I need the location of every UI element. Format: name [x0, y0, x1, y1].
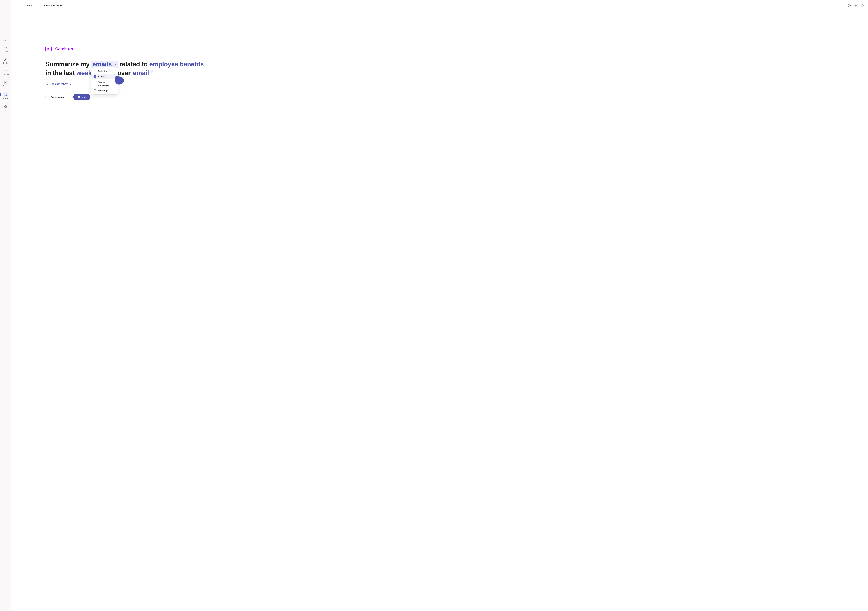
dropdown-option-label: Select all — [98, 70, 108, 73]
rail-item-label: Copilot — [3, 51, 8, 53]
actions-icon — [3, 93, 7, 96]
preview-plan-button[interactable]: Preview plan — [45, 94, 70, 100]
sentence-static: related to — [118, 60, 149, 68]
connectors-button[interactable] — [854, 4, 857, 7]
range-token[interactable]: week — [76, 70, 91, 77]
dropdown-option-label: Teams messages — [98, 81, 115, 87]
dropdown-option-emails[interactable]: Emails — [91, 74, 118, 79]
svg-rect-5 — [4, 105, 5, 106]
source-dropdown: Select all Emails Teams messages Meeting… — [91, 67, 118, 95]
checkbox-icon — [94, 70, 96, 72]
cloud-icon — [3, 69, 7, 73]
page-title: Create an action — [44, 4, 63, 7]
dropdown-option-label: Emails — [98, 75, 106, 78]
back-button-label: Back — [27, 4, 32, 7]
list-icon — [47, 47, 50, 51]
rail-item-label: Create — [3, 62, 8, 64]
svg-rect-6 — [5, 105, 6, 106]
chevron-left-icon — [23, 4, 25, 7]
svg-rect-7 — [4, 107, 5, 108]
sentence-static: Summarize my — [45, 60, 91, 68]
gear-icon — [861, 4, 864, 7]
rail-item-label: OneDrive — [2, 74, 9, 75]
rail-item-apps[interactable]: Apps — [0, 104, 10, 111]
sentence-static: in the last — [45, 70, 76, 76]
create-button[interactable]: Create — [73, 94, 91, 100]
channel-token[interactable]: email — [132, 68, 153, 78]
svg-point-14 — [862, 5, 863, 6]
rail-item-create[interactable]: Create — [0, 57, 10, 64]
checkbox-icon — [94, 82, 96, 85]
svg-rect-3 — [4, 93, 6, 95]
svg-point-13 — [856, 6, 856, 7]
main-content: Catch up Summarize my emails related to … — [11, 11, 868, 611]
rail-item-onedrive[interactable]: OneDrive — [0, 69, 10, 75]
rail-item-pages[interactable]: Pages — [0, 81, 10, 87]
rail-item-label: Home — [3, 39, 7, 41]
home-icon — [3, 35, 7, 39]
rail-item-label: Apps — [3, 109, 7, 111]
dropdown-option-select-all[interactable]: Select all — [91, 68, 118, 74]
help-icon — [848, 4, 851, 7]
checkbox-icon — [94, 75, 96, 78]
repeat-selector[interactable]: Does not repeat — [45, 83, 868, 85]
action-type-title: Catch up — [55, 47, 73, 51]
help-button[interactable] — [848, 4, 851, 7]
copilot-icon — [3, 46, 7, 50]
back-button[interactable]: Back — [23, 3, 34, 8]
create-icon — [3, 57, 7, 62]
action-type-badge — [45, 46, 52, 52]
left-rail: Home Copilot Create OneDrive Pages Actio… — [0, 0, 11, 611]
settings-button[interactable] — [861, 4, 864, 7]
connectors-icon — [854, 4, 857, 7]
pages-icon — [3, 81, 7, 84]
rail-item-home[interactable]: Home — [0, 35, 10, 41]
action-sentence: Summarize my emails related to employee … — [45, 60, 211, 78]
dropdown-option-label: Meetings — [98, 89, 108, 92]
dropdown-option-meetings[interactable]: Meetings — [91, 88, 118, 93]
channel-token-label: email — [133, 70, 149, 76]
apps-icon — [3, 104, 7, 108]
checkbox-icon — [94, 89, 96, 92]
chevron-down-icon — [70, 83, 72, 85]
rail-item-copilot[interactable]: Copilot — [0, 46, 10, 53]
rail-item-label: Actions — [3, 98, 8, 99]
topic-token[interactable]: employee benefits — [149, 60, 204, 68]
repeat-icon — [45, 83, 48, 85]
dropdown-option-teams[interactable]: Teams messages — [91, 79, 118, 88]
repeat-label: Does not repeat — [50, 83, 68, 85]
rail-item-actions[interactable]: Actions — [0, 92, 10, 99]
rail-item-label: Pages — [3, 85, 8, 87]
page-header: Back Create an action — [11, 0, 868, 11]
source-token[interactable]: emails — [91, 60, 118, 68]
svg-rect-8 — [5, 107, 6, 108]
